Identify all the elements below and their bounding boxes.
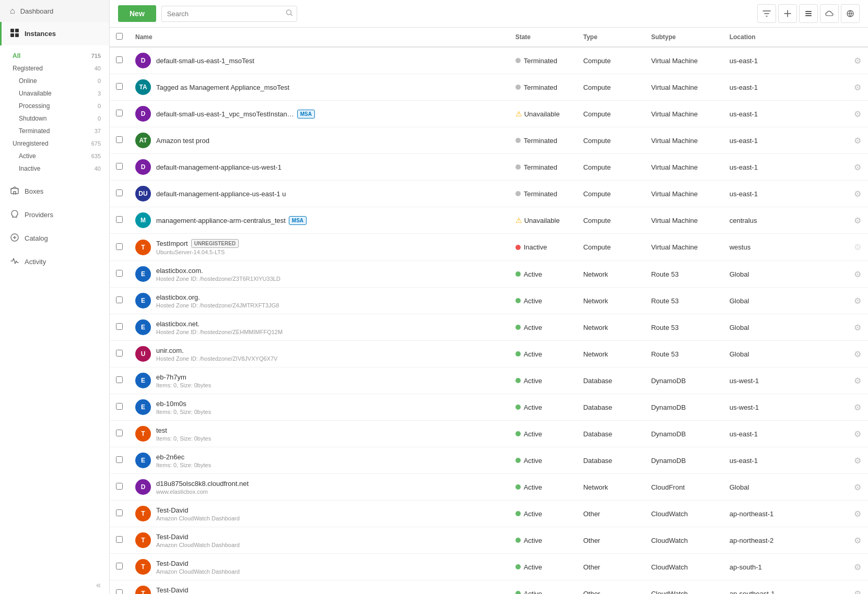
filter-all[interactable]: All 715	[0, 50, 109, 62]
row-checkbox[interactable]	[116, 243, 123, 250]
state-dot	[515, 431, 521, 436]
row-checkbox[interactable]	[116, 456, 123, 463]
filter-active[interactable]: Active 635	[0, 150, 109, 162]
settings-icon[interactable]: ⚙	[854, 216, 861, 225]
name-info: eb-10m0s Items: 0, Size: 0bytes	[156, 400, 211, 415]
name-cell: E eb-10m0s Items: 0, Size: 0bytes	[135, 399, 503, 415]
new-button[interactable]: New	[118, 5, 156, 22]
name-cell: D default-small-us-east-1_msoTest	[135, 53, 503, 68]
row-checkbox[interactable]	[116, 110, 123, 116]
settings-icon[interactable]: ⚙	[854, 536, 861, 545]
filter-unregistered[interactable]: Unregistered 675	[0, 137, 109, 150]
row-checkbox[interactable]	[116, 536, 123, 543]
location-cell: Global	[723, 474, 847, 501]
row-checkbox[interactable]	[116, 296, 123, 303]
settings-icon[interactable]: ⚙	[854, 430, 861, 438]
row-checkbox[interactable]	[116, 563, 123, 569]
globe-button[interactable]	[841, 4, 860, 23]
search-input[interactable]	[161, 6, 297, 22]
row-checkbox[interactable]	[116, 376, 123, 383]
settings-icon[interactable]: ⚙	[854, 403, 861, 412]
table-row: T Test-David Amazon CloudWatch Dashboard…	[110, 527, 868, 554]
state-cell: ⚠ Unavailable	[515, 110, 571, 118]
th-state: State	[509, 28, 577, 47]
row-checkbox[interactable]	[116, 589, 123, 594]
state-label: Terminated	[524, 84, 557, 91]
sidebar-collapse-button[interactable]: «	[0, 576, 109, 594]
select-all-checkbox[interactable]	[116, 33, 123, 40]
add-button[interactable]	[778, 4, 797, 23]
settings-icon[interactable]: ⚙	[854, 376, 861, 385]
filter-terminated[interactable]: Terminated 37	[0, 125, 109, 137]
instance-subtitle: Items: 0, Size: 0bytes	[156, 409, 211, 415]
filter-registered[interactable]: Registered 40	[0, 62, 109, 75]
row-checkbox[interactable]	[116, 163, 123, 170]
settings-icon[interactable]: ⚙	[854, 563, 861, 572]
row-checkbox[interactable]	[116, 83, 123, 90]
providers-icon	[10, 209, 19, 220]
row-checkbox[interactable]	[116, 430, 123, 436]
row-checkbox[interactable]	[116, 270, 123, 277]
type-cell: Other	[577, 527, 645, 554]
location-cell: us-east-1	[723, 447, 847, 474]
cloud-button[interactable]	[820, 4, 839, 23]
row-checkbox[interactable]	[116, 483, 123, 490]
settings-icon[interactable]: ⚙	[854, 456, 861, 465]
settings-icon[interactable]: ⚙	[854, 56, 861, 65]
row-checkbox[interactable]	[116, 189, 123, 196]
state-label: Active	[524, 324, 542, 331]
type-cell: Compute	[577, 101, 645, 127]
sidebar-boxes-label: Boxes	[25, 187, 43, 195]
instance-subtitle: UbuntuServer-14.04.5-LTS	[156, 249, 239, 255]
sidebar-item-instances[interactable]: Instances	[0, 22, 109, 45]
state-label: Active	[524, 350, 542, 358]
settings-icon[interactable]: ⚙	[854, 189, 861, 198]
name-info: elasticbox.net. Hosted Zone ID: /hostedz…	[156, 320, 283, 335]
row-checkbox[interactable]	[116, 403, 123, 410]
state-dot	[515, 458, 521, 463]
filter-button[interactable]	[757, 4, 776, 23]
sidebar-item-boxes[interactable]: Boxes	[0, 179, 109, 203]
settings-icon[interactable]: ⚙	[854, 163, 861, 172]
row-checkbox[interactable]	[116, 216, 123, 223]
filter-processing[interactable]: Processing 0	[0, 100, 109, 112]
filter-online[interactable]: Online 0	[0, 75, 109, 87]
row-checkbox[interactable]	[116, 323, 123, 330]
location-cell: Global	[723, 341, 847, 367]
filter-shutdown[interactable]: Shutdown 0	[0, 112, 109, 125]
sidebar-item-activity[interactable]: Activity	[0, 250, 109, 274]
settings-icon[interactable]: ⚙	[854, 323, 861, 332]
filter-inactive[interactable]: Inactive 40	[0, 162, 109, 175]
row-checkbox[interactable]	[116, 350, 123, 357]
instance-name: TestImport UNREGISTERED	[156, 239, 239, 248]
settings-icon[interactable]: ⚙	[854, 83, 861, 92]
settings-icon[interactable]: ⚙	[854, 509, 861, 518]
row-checkbox[interactable]	[116, 509, 123, 516]
table-row: DU default-management-appliance-us-east-…	[110, 181, 868, 207]
name-info: test Items: 0, Size: 0bytes	[156, 426, 211, 442]
settings-icon[interactable]: ⚙	[854, 296, 861, 305]
name-info: d18u875olsc8k8.cloudfront.net www.elasti…	[156, 480, 249, 495]
type-cell: Other	[577, 554, 645, 580]
sidebar-item-catalog[interactable]: Catalog	[0, 227, 109, 250]
sidebar-item-dashboard[interactable]: ⌂ Dashboard	[0, 0, 109, 22]
topbar-actions	[757, 4, 860, 23]
instance-name: default-small-us-east-1_vpc_msoTestInsta…	[156, 110, 315, 118]
row-checkbox[interactable]	[116, 136, 123, 143]
name-cell: D d18u875olsc8k8.cloudfront.net www.elas…	[135, 479, 503, 495]
subtype-cell: CloudWatch	[645, 501, 723, 527]
settings-icon[interactable]: ⚙	[854, 483, 861, 492]
filter-unavailable[interactable]: Unavailable 3	[0, 87, 109, 100]
settings-icon[interactable]: ⚙	[854, 589, 861, 595]
list-view-button[interactable]	[799, 4, 818, 23]
state-label: Inactive	[524, 243, 547, 251]
list-icon	[804, 9, 813, 18]
settings-icon[interactable]: ⚙	[854, 270, 861, 279]
row-checkbox[interactable]	[116, 56, 123, 63]
settings-icon[interactable]: ⚙	[854, 136, 861, 145]
sidebar-item-providers[interactable]: Providers	[0, 203, 109, 227]
settings-icon[interactable]: ⚙	[854, 350, 861, 359]
type-cell: Database	[577, 367, 645, 394]
state-dot	[515, 85, 521, 90]
settings-icon[interactable]: ⚙	[854, 110, 861, 118]
